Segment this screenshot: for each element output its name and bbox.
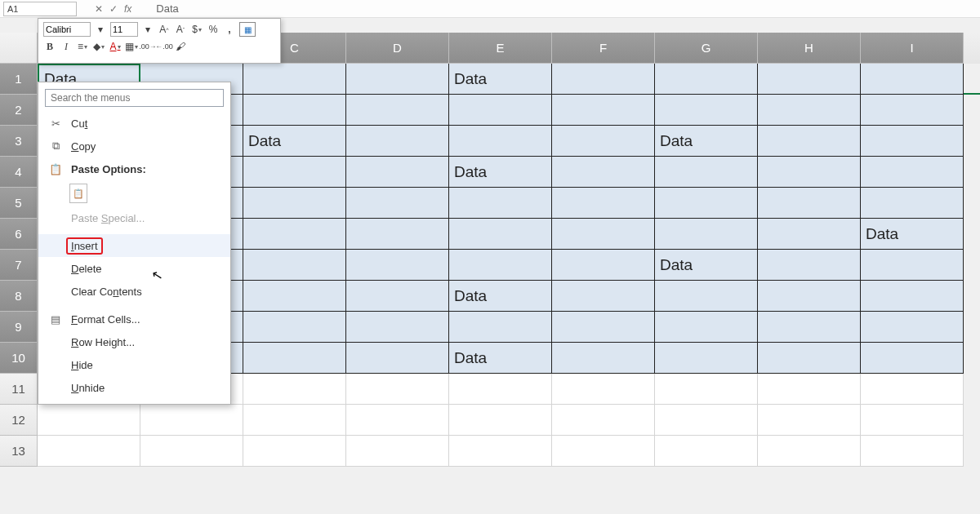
cell[interactable] bbox=[655, 219, 758, 250]
cell[interactable] bbox=[861, 405, 964, 436]
row-header[interactable]: 10 bbox=[0, 343, 38, 374]
col-header-D[interactable]: D bbox=[346, 33, 449, 64]
cell[interactable] bbox=[758, 64, 861, 95]
cell[interactable] bbox=[449, 188, 552, 219]
cell[interactable] bbox=[758, 281, 861, 312]
cell[interactable] bbox=[758, 312, 861, 343]
row-header[interactable]: 6 bbox=[0, 219, 38, 250]
cell[interactable] bbox=[552, 95, 655, 126]
fx-icon[interactable]: fx bbox=[124, 3, 131, 15]
cell[interactable] bbox=[758, 188, 861, 219]
cell[interactable] bbox=[346, 64, 449, 95]
cell[interactable] bbox=[758, 343, 861, 374]
row-header[interactable]: 1 bbox=[0, 64, 38, 95]
cell[interactable] bbox=[140, 405, 243, 436]
col-header-E[interactable]: E bbox=[449, 33, 552, 64]
cell[interactable] bbox=[655, 281, 758, 312]
menu-clear-contents[interactable]: Clear Contents bbox=[38, 280, 230, 303]
cell[interactable] bbox=[758, 157, 861, 188]
cell[interactable] bbox=[861, 188, 964, 219]
cell[interactable] bbox=[552, 126, 655, 157]
col-header-F[interactable]: F bbox=[552, 33, 655, 64]
cell[interactable] bbox=[552, 405, 655, 436]
cell[interactable]: Data bbox=[243, 126, 346, 157]
cell[interactable] bbox=[346, 95, 449, 126]
cell[interactable] bbox=[243, 436, 346, 467]
cell[interactable] bbox=[243, 374, 346, 405]
row-header[interactable]: 9 bbox=[0, 312, 38, 343]
row-header[interactable]: 12 bbox=[0, 405, 38, 436]
increase-font-icon[interactable]: A^ bbox=[158, 23, 171, 36]
fill-color-icon[interactable]: ◆ bbox=[92, 40, 105, 53]
cell[interactable] bbox=[346, 374, 449, 405]
cell[interactable] bbox=[655, 95, 758, 126]
paste-icon[interactable]: 📋 bbox=[69, 184, 87, 203]
decrease-decimal-icon[interactable]: ←.00 bbox=[158, 40, 171, 53]
currency-icon[interactable]: $ bbox=[190, 23, 203, 36]
cell[interactable]: Data bbox=[449, 281, 552, 312]
cell[interactable] bbox=[552, 250, 655, 281]
cell[interactable] bbox=[346, 188, 449, 219]
cell[interactable] bbox=[861, 436, 964, 467]
cell[interactable] bbox=[243, 219, 346, 250]
formula-bar-value[interactable]: Data bbox=[156, 2, 178, 15]
menu-format-cells[interactable]: ▤ Format Cells... bbox=[38, 308, 230, 330]
cell[interactable] bbox=[758, 405, 861, 436]
cell[interactable]: Data bbox=[449, 157, 552, 188]
cell[interactable] bbox=[552, 64, 655, 95]
cell[interactable] bbox=[758, 219, 861, 250]
cell[interactable] bbox=[655, 374, 758, 405]
font-size-dropdown-icon[interactable]: ▾ bbox=[141, 23, 154, 36]
italic-button[interactable]: I bbox=[60, 40, 73, 53]
row-header[interactable]: 8 bbox=[0, 281, 38, 312]
cell[interactable] bbox=[758, 95, 861, 126]
cell[interactable] bbox=[552, 436, 655, 467]
cell[interactable] bbox=[861, 250, 964, 281]
cell[interactable] bbox=[243, 250, 346, 281]
menu-delete[interactable]: Delete bbox=[38, 257, 230, 280]
cell[interactable] bbox=[243, 188, 346, 219]
cell[interactable] bbox=[449, 250, 552, 281]
cell[interactable] bbox=[449, 312, 552, 343]
cell[interactable] bbox=[38, 405, 140, 436]
cell[interactable] bbox=[758, 250, 861, 281]
cell[interactable] bbox=[655, 188, 758, 219]
cell[interactable] bbox=[552, 188, 655, 219]
cell[interactable] bbox=[552, 343, 655, 374]
cell[interactable] bbox=[449, 436, 552, 467]
cell[interactable] bbox=[346, 312, 449, 343]
cell[interactable] bbox=[758, 436, 861, 467]
cell[interactable] bbox=[552, 157, 655, 188]
col-header-I[interactable]: I bbox=[861, 33, 964, 64]
cancel-icon[interactable]: ✕ bbox=[95, 3, 103, 15]
cell[interactable] bbox=[346, 250, 449, 281]
align-icon[interactable]: ≡ bbox=[76, 40, 89, 53]
format-painter-icon[interactable]: 🖌 bbox=[174, 40, 187, 53]
row-header[interactable]: 3 bbox=[0, 126, 38, 157]
font-size-select[interactable] bbox=[110, 22, 138, 37]
cell[interactable] bbox=[243, 312, 346, 343]
cell[interactable] bbox=[346, 343, 449, 374]
cell[interactable] bbox=[346, 219, 449, 250]
cell[interactable] bbox=[346, 281, 449, 312]
cell[interactable] bbox=[346, 436, 449, 467]
cell[interactable] bbox=[655, 157, 758, 188]
cell[interactable] bbox=[449, 405, 552, 436]
cell[interactable] bbox=[243, 95, 346, 126]
cell[interactable] bbox=[861, 95, 964, 126]
menu-copy[interactable]: ⧉ Copy bbox=[38, 135, 230, 157]
comma-icon[interactable]: , bbox=[223, 23, 236, 36]
cell[interactable]: Data bbox=[655, 250, 758, 281]
row-header[interactable]: 5 bbox=[0, 188, 38, 219]
row-header[interactable]: 13 bbox=[0, 436, 38, 467]
cell[interactable] bbox=[861, 374, 964, 405]
percent-icon[interactable]: % bbox=[207, 23, 220, 36]
cell[interactable] bbox=[861, 281, 964, 312]
cell[interactable]: Data bbox=[861, 219, 964, 250]
cell[interactable] bbox=[655, 405, 758, 436]
cell[interactable] bbox=[655, 343, 758, 374]
cell[interactable] bbox=[243, 281, 346, 312]
decrease-font-icon[interactable]: Aˇ bbox=[174, 23, 187, 36]
cell[interactable] bbox=[861, 343, 964, 374]
cell[interactable] bbox=[861, 312, 964, 343]
